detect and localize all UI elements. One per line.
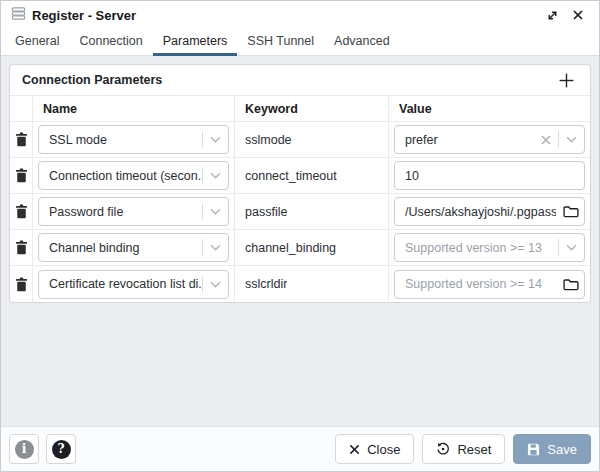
value-cell [389, 266, 590, 302]
dialog-title: Register - Server [32, 8, 136, 23]
name-cell: SSL mode [33, 122, 235, 158]
panel-title: Connection Parameters [22, 73, 162, 87]
clear-x-icon[interactable] [533, 135, 558, 145]
save-button[interactable]: Save [513, 434, 591, 464]
keyword-text: passfile [235, 205, 287, 219]
tab-bar: General Connection Parameters SSH Tunnel… [1, 29, 599, 56]
column-header-name: Name [33, 96, 235, 122]
name-cell: Channel binding [33, 230, 235, 266]
title-bar: Register - Server [1, 1, 599, 29]
close-icon[interactable] [569, 6, 587, 24]
value-cell [389, 158, 590, 194]
save-icon [527, 443, 540, 456]
keyword-cell: sslmode [235, 122, 389, 158]
folder-icon[interactable] [558, 278, 584, 291]
name-cell: Certificate revocation list di... [33, 266, 235, 302]
header-spacer-cell [10, 96, 33, 122]
keyword-text: sslmode [235, 133, 292, 147]
expand-icon[interactable] [543, 6, 561, 24]
close-x-icon [349, 444, 360, 455]
value-select-clearable[interactable]: prefer [394, 125, 585, 154]
value-cell: prefer [389, 122, 590, 158]
name-select[interactable]: Password file [38, 197, 229, 226]
keyword-text: connect_timeout [235, 169, 337, 183]
file-input-group [394, 197, 585, 226]
file-path-input[interactable] [395, 198, 558, 225]
folder-icon[interactable] [558, 205, 584, 218]
name-select-value: Connection timeout (secon... [39, 169, 202, 183]
dialog-body: Connection Parameters Name Keyword Value [1, 56, 599, 426]
sql-info-button[interactable]: i [9, 434, 39, 464]
register-server-dialog: Register - Server General Connection Par… [0, 0, 600, 472]
chevron-down-icon[interactable] [203, 172, 228, 179]
reset-button-label: Reset [457, 442, 491, 457]
tab-general[interactable]: General [5, 29, 69, 56]
name-select-value: Password file [39, 205, 202, 219]
column-header-keyword: Keyword [235, 96, 389, 122]
directory-path-input[interactable] [395, 271, 558, 298]
value-input[interactable] [394, 161, 585, 190]
value-cell [389, 194, 590, 230]
name-cell: Connection timeout (secon... [33, 158, 235, 194]
name-cell: Password file [33, 194, 235, 230]
chevron-down-icon[interactable] [203, 136, 228, 143]
keyword-cell: passfile [235, 194, 389, 230]
name-select-value: Certificate revocation list di... [39, 277, 202, 291]
name-select-value: Channel binding [39, 241, 202, 255]
keyword-text: channel_binding [235, 241, 336, 255]
value-select-value: prefer [395, 133, 533, 147]
name-select[interactable]: Certificate revocation list di... [38, 270, 229, 299]
tab-parameters[interactable]: Parameters [153, 29, 238, 56]
save-button-label: Save [547, 442, 577, 457]
parameters-table: Name Keyword Value SSL mode [10, 96, 590, 302]
value-select-disabled[interactable]: Supported version >= 13 [394, 233, 585, 262]
footer-bar: i ? Close Reset Save [1, 426, 599, 471]
delete-row-button[interactable] [10, 230, 33, 266]
file-input-group [394, 270, 585, 299]
chevron-down-icon[interactable] [559, 244, 584, 251]
name-select[interactable]: Channel binding [38, 233, 229, 262]
keyword-cell: connect_timeout [235, 158, 389, 194]
chevron-down-icon[interactable] [203, 244, 228, 251]
column-header-value: Value [389, 96, 590, 122]
keyword-text: sslcrldir [235, 277, 287, 291]
close-button[interactable]: Close [335, 434, 414, 464]
chevron-down-icon[interactable] [203, 208, 228, 215]
info-icon: i [15, 440, 34, 459]
value-select-placeholder: Supported version >= 13 [395, 241, 558, 255]
tab-advanced[interactable]: Advanced [324, 29, 400, 56]
delete-row-button[interactable] [10, 266, 33, 302]
name-select-value: SSL mode [39, 133, 202, 147]
connection-parameters-panel: Connection Parameters Name Keyword Value [9, 64, 591, 303]
question-icon: ? [52, 440, 71, 459]
delete-row-button[interactable] [10, 194, 33, 230]
name-select[interactable]: SSL mode [38, 125, 229, 154]
delete-row-button[interactable] [10, 122, 33, 158]
delete-row-button[interactable] [10, 158, 33, 194]
panel-header: Connection Parameters [10, 65, 590, 96]
close-button-label: Close [367, 442, 400, 457]
keyword-cell: sslcrldir [235, 266, 389, 302]
reset-icon [436, 442, 450, 456]
name-select[interactable]: Connection timeout (secon... [38, 161, 229, 190]
reset-button[interactable]: Reset [422, 434, 505, 464]
keyword-cell: channel_binding [235, 230, 389, 266]
chevron-down-icon[interactable] [559, 136, 584, 143]
plus-icon[interactable] [554, 68, 578, 92]
tab-ssh-tunnel[interactable]: SSH Tunnel [237, 29, 324, 56]
tab-connection[interactable]: Connection [69, 29, 152, 56]
help-button[interactable]: ? [46, 434, 76, 464]
value-cell: Supported version >= 13 [389, 230, 590, 266]
server-icon [11, 6, 26, 24]
chevron-down-icon[interactable] [203, 281, 228, 288]
